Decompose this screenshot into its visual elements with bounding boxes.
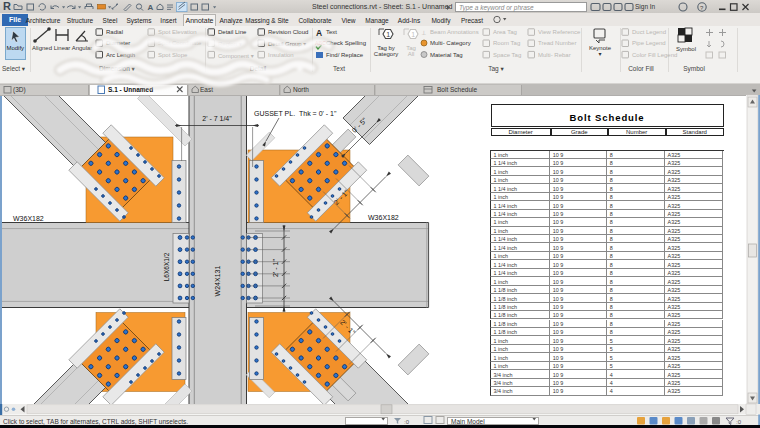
svg-text:1: 1 xyxy=(386,31,390,38)
svg-text::0: :0 xyxy=(736,419,742,425)
svg-text:⊥: ⊥ xyxy=(421,30,426,36)
svg-text:?: ? xyxy=(700,5,704,11)
svg-text:1: 1 xyxy=(411,31,415,38)
svg-text:ABC: ABC xyxy=(315,40,326,46)
svg-text:A: A xyxy=(316,28,322,38)
svg-text:A: A xyxy=(148,3,154,12)
svg-text::0: :0 xyxy=(404,419,410,425)
